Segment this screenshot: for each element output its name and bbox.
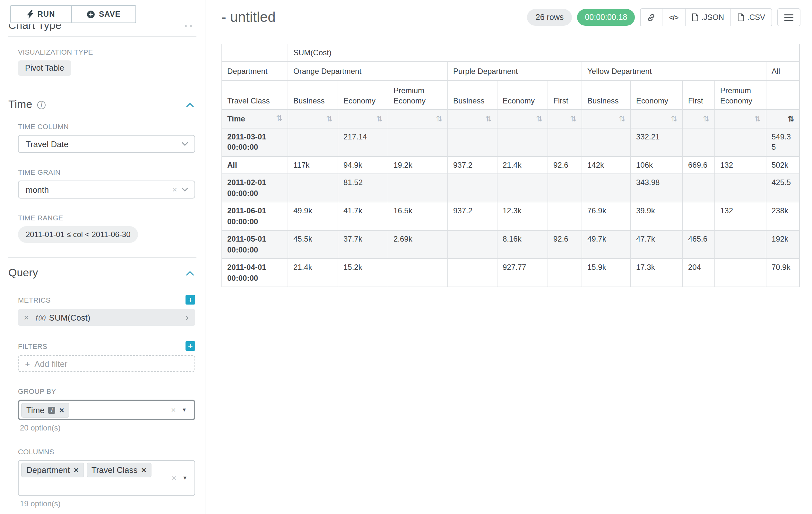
save-button[interactable]: SAVE: [72, 5, 136, 23]
pivot-cell: 204: [683, 259, 715, 287]
sort-icon[interactable]: ⇅: [570, 114, 576, 124]
remove-metric-icon[interactable]: ×: [24, 312, 29, 323]
chevron-up-icon[interactable]: [186, 103, 194, 107]
pivot-column-header: Economy: [338, 81, 388, 110]
sort-header[interactable]: ⇅: [288, 110, 338, 128]
pivot-cell: [288, 174, 338, 202]
sort-icon[interactable]: ⇅: [754, 114, 761, 124]
group-by-select[interactable]: Time i × × ▼: [18, 400, 195, 420]
pivot-cell: 238k: [766, 202, 800, 231]
pivot-row: 2011-04-01 00:00:0021.4k15.2k927.7715.9k…: [222, 259, 800, 287]
sort-header[interactable]: ⇅: [338, 110, 388, 128]
visualization-type-value[interactable]: Pivot Table: [18, 60, 71, 76]
chart-panel: - untitled 26 rows 00:00:00.18 </> .JSON: [205, 0, 812, 514]
sort-header-time[interactable]: Time⇅: [222, 110, 288, 128]
pivot-column-header: Premium Economy: [715, 81, 766, 110]
sort-header[interactable]: ⇅: [448, 110, 497, 128]
pivot-cell: 12.3k: [497, 202, 548, 231]
pivot-cell: 132: [715, 157, 766, 174]
pivot-cell: 192k: [766, 231, 800, 259]
add-filter-placeholder: Add filter: [34, 359, 67, 369]
sort-header[interactable]: ⇅: [548, 110, 582, 128]
save-button-label: SAVE: [99, 10, 121, 19]
sort-header[interactable]: ⇅: [766, 110, 800, 128]
sort-header[interactable]: ⇅: [683, 110, 715, 128]
export-json-label: .JSON: [701, 13, 724, 22]
sort-header[interactable]: ⇅: [388, 110, 448, 128]
run-button[interactable]: RUN: [10, 5, 72, 23]
menu-button[interactable]: [777, 8, 801, 26]
sort-icon[interactable]: ⇅: [788, 114, 794, 124]
pivot-column-header: Business: [582, 81, 631, 110]
file-icon: [692, 13, 698, 21]
sort-icon[interactable]: ⇅: [436, 114, 442, 124]
sort-icon[interactable]: ⇅: [619, 114, 625, 124]
sort-header[interactable]: ⇅: [497, 110, 548, 128]
caret-down-icon[interactable]: ▼: [182, 407, 187, 413]
add-filter-button[interactable]: +: [185, 341, 195, 351]
chevron-up-icon[interactable]: [186, 271, 194, 275]
sort-icon[interactable]: ⇅: [326, 114, 332, 124]
time-range-value[interactable]: 2011-01-01 ≤ col < 2011-06-30: [18, 226, 138, 243]
chevron-right-icon[interactable]: ›: [185, 312, 189, 323]
row-count-badge: 26 rows: [527, 9, 572, 26]
pivot-cell: 92.6: [548, 231, 582, 259]
pivot-cell: [715, 174, 766, 202]
remove-tag-icon[interactable]: ×: [142, 466, 146, 474]
pivot-table: SUM(Cost)DepartmentOrange DepartmentPurp…: [222, 44, 800, 288]
clear-icon[interactable]: ×: [172, 473, 176, 483]
add-metric-button[interactable]: +: [185, 295, 195, 304]
time-grain-select[interactable]: month ×: [18, 181, 195, 198]
chart-title[interactable]: - untitled: [222, 9, 276, 26]
view-query-button[interactable]: </>: [662, 8, 685, 26]
sort-icon[interactable]: ⇅: [671, 114, 677, 124]
time-section-header[interactable]: Time i: [8, 98, 196, 111]
query-section-header[interactable]: Query: [8, 267, 196, 279]
remove-tag-icon[interactable]: ×: [59, 406, 64, 414]
export-json-button[interactable]: .JSON: [685, 8, 731, 26]
query-timer-badge: 00:00:00.18: [577, 9, 635, 26]
sort-icon[interactable]: ⇅: [485, 114, 492, 124]
sort-icon[interactable]: ⇅: [376, 114, 383, 124]
drag-handle-dots[interactable]: [185, 25, 192, 27]
metric-sum-cost[interactable]: × ƒ(x) SUM(Cost) ›: [18, 309, 195, 326]
pivot-column-group-header: Orange Department: [288, 61, 448, 81]
sort-icon[interactable]: ⇅: [276, 114, 283, 123]
sort-icon[interactable]: ⇅: [536, 114, 543, 124]
clear-icon[interactable]: ×: [171, 405, 176, 415]
pivot-cell: [448, 174, 497, 202]
pivot-cell: [388, 259, 448, 287]
chart-header-controls: 26 rows 00:00:00.18 </> .JSON .: [527, 8, 801, 26]
columns-tag-travel-class: Travel Class ×: [86, 463, 151, 477]
pivot-row: 2011-05-01 00:00:0045.5k37.7k2.69k8.16k9…: [222, 231, 800, 259]
time-column-value: Travel Date: [26, 139, 68, 149]
time-section-title: Time: [8, 98, 32, 111]
pivot-cell: 49.9k: [288, 202, 338, 231]
sort-header[interactable]: ⇅: [582, 110, 631, 128]
pivot-cell: 502k: [766, 157, 800, 174]
time-column-select[interactable]: Travel Date: [18, 135, 195, 153]
export-csv-button[interactable]: .CSV: [730, 8, 772, 26]
pivot-cell: [497, 128, 548, 157]
add-filter-box[interactable]: + Add filter: [18, 355, 195, 372]
pivot-cell: 343.98: [631, 174, 683, 202]
pivot-cell: 41.7k: [338, 202, 388, 231]
sort-header[interactable]: ⇅: [715, 110, 766, 128]
remove-tag-icon[interactable]: ×: [74, 466, 79, 474]
tag-label: Department: [26, 465, 70, 475]
columns-options-hint: 19 option(s): [20, 499, 195, 508]
sort-icon[interactable]: ⇅: [703, 114, 709, 124]
share-link-button[interactable]: [640, 8, 662, 26]
filters-label: FILTERS: [18, 342, 48, 350]
clear-icon[interactable]: ×: [172, 185, 177, 194]
group-by-options-hint: 20 option(s): [20, 424, 195, 432]
sort-header[interactable]: ⇅: [631, 110, 683, 128]
caret-down-icon[interactable]: ▼: [182, 475, 187, 481]
time-column-label: TIME COLUMN: [18, 123, 195, 130]
pivot-cell: 15.9k: [582, 259, 631, 287]
column-info-icon[interactable]: i: [49, 406, 56, 413]
columns-select[interactable]: Department × Travel Class × × ▼: [18, 460, 195, 496]
pivot-row-label: 2011-05-01 00:00:00: [222, 231, 288, 259]
pivot-row-label: 2011-02-01 00:00:00: [222, 174, 288, 202]
divider: [8, 257, 196, 258]
